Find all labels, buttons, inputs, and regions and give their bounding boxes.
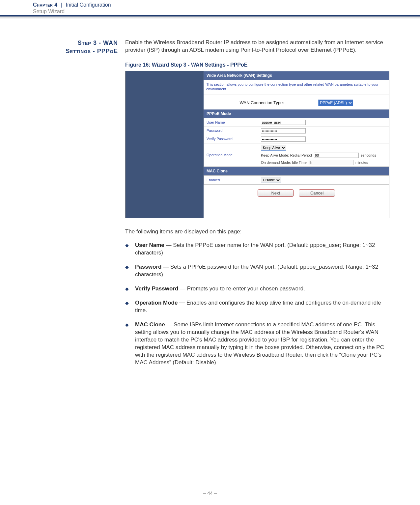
item-list: ◆ User Name — Sets the PPPoE user name f… [125, 242, 389, 366]
after-figure-text: The following items are displayed on thi… [125, 228, 389, 236]
on-demand-input[interactable] [309, 160, 353, 165]
wan-type-label: WAN Connection Type: [239, 100, 284, 105]
item-term: MAC Clone [135, 321, 165, 328]
on-demand-line: On demand Mode: Idle Time minutes [261, 160, 386, 165]
wan-settings-desc: This section allows you to configure the… [204, 80, 389, 95]
subsection-title: Setup Wizard [33, 9, 420, 15]
side-heading-column: Step 3 - WAN Settings - PPPoE [0, 39, 125, 373]
mac-enabled-row: Enabled Disable [204, 176, 389, 185]
pppoe-form-table: User Name Password Verify [204, 118, 389, 167]
step-heading: Step 3 - WAN Settings - PPPoE [0, 39, 118, 55]
list-item: ◆ Password — Sets a PPPoE password for t… [125, 263, 389, 279]
on-demand-suffix: minutes [355, 161, 368, 164]
cancel-button[interactable]: Cancel [299, 189, 335, 197]
chapter-label: Chapter 4 [33, 2, 58, 8]
page: Chapter 4 | Initial Configuration Setup … [0, 0, 420, 505]
mac-enabled-select[interactable]: Disable [261, 177, 281, 183]
diamond-bullet-icon: ◆ [125, 264, 129, 270]
verify-password-label: Verify Password [204, 135, 258, 143]
step-heading-line2: Settings - PPPoE [0, 47, 118, 55]
password-cell [258, 127, 389, 135]
user-name-input[interactable] [261, 120, 306, 125]
wan-type-select[interactable]: PPPoE (ADSL) [318, 100, 353, 106]
pipe-separator: | [61, 2, 62, 8]
operation-mode-cell: Keep Alive Keep Alive Mode: Redial Perio… [258, 143, 389, 167]
item-term: Password [135, 264, 161, 270]
main-column: Enable the Wireless Broadband Router IP … [125, 39, 389, 373]
item-desc: — Some ISPs limit Internet connections t… [135, 321, 384, 366]
mac-enabled-cell: Disable [258, 176, 389, 185]
diamond-bullet-icon: ◆ [125, 322, 129, 328]
next-button[interactable]: Next [258, 189, 294, 197]
verify-password-cell [258, 135, 389, 143]
step-heading-line1: Step 3 - WAN [0, 39, 118, 47]
on-demand-prefix: On demand Mode: Idle Time [261, 161, 307, 164]
operation-mode-label: Operation Mode [204, 143, 258, 167]
item-term: Verify Password [135, 285, 178, 292]
diamond-bullet-icon: ◆ [125, 300, 129, 306]
wan-settings-header: Wide Area Network (WAN) Settings [204, 71, 389, 80]
keep-alive-input[interactable] [314, 153, 359, 158]
item-term: User Name [135, 242, 164, 248]
item-term: Operation Mode — [135, 300, 185, 306]
diamond-bullet-icon: ◆ [125, 242, 129, 249]
mac-clone-header: MAC Clone [204, 167, 389, 175]
content-area: Step 3 - WAN Settings - PPPoE Enable the… [0, 19, 420, 373]
figure-caption: Figure 16: Wizard Step 3 - WAN Settings … [125, 61, 389, 69]
operation-mode-select[interactable]: Keep Alive [261, 145, 286, 151]
list-item: ◆ User Name — Sets the PPPoE user name f… [125, 242, 389, 257]
list-item: ◆ Verify Password — Prompts you to re-en… [125, 285, 389, 293]
password-label: Password [204, 127, 258, 135]
pppoe-header: PPPoE Mode [204, 109, 389, 118]
user-name-label: User Name [204, 118, 258, 127]
diamond-bullet-icon: ◆ [125, 286, 129, 292]
verify-password-input[interactable] [261, 136, 306, 142]
password-row: Password [204, 127, 389, 135]
keep-alive-prefix: Keep Alive Mode: Redial Period [261, 153, 312, 157]
section-title: Initial Configuration [66, 2, 111, 8]
mac-enabled-label: Enabled [204, 176, 258, 185]
operation-mode-row: Operation Mode Keep Alive Keep Alive Mod… [204, 143, 389, 167]
list-item: ◆ Operation Mode — Enables and configure… [125, 299, 389, 314]
verify-password-row: Verify Password [204, 135, 389, 143]
user-name-cell [258, 118, 389, 127]
keep-alive-line: Keep Alive Mode: Redial Period senconds [261, 153, 386, 158]
page-header: Chapter 4 | Initial Configuration Setup … [0, 0, 420, 16]
user-name-row: User Name [204, 118, 389, 127]
list-item: ◆ MAC Clone — Some ISPs limit Internet c… [125, 321, 389, 367]
keep-alive-suffix: senconds [361, 153, 376, 157]
page-number: – 44 – [0, 490, 420, 496]
figure-button-row: Next Cancel [204, 185, 389, 201]
intro-paragraph: Enable the Wireless Broadband Router IP … [125, 39, 389, 54]
item-desc: — Sets a PPPoE password for the WAN port… [135, 264, 378, 278]
header-shadow [0, 16, 420, 19]
figure-sidebar [126, 71, 204, 218]
wan-type-row: WAN Connection Type: PPPoE (ADSL) [204, 95, 389, 109]
item-desc: — Prompts you to re-enter your chosen pa… [178, 285, 305, 292]
figure-screenshot: Wide Area Network (WAN) Settings This se… [125, 71, 389, 218]
item-desc: — Sets the PPPoE user name for the WAN p… [135, 242, 375, 256]
figure-main: Wide Area Network (WAN) Settings This se… [204, 71, 389, 218]
mac-clone-table: Enabled Disable [204, 175, 389, 185]
password-input[interactable] [261, 128, 306, 134]
